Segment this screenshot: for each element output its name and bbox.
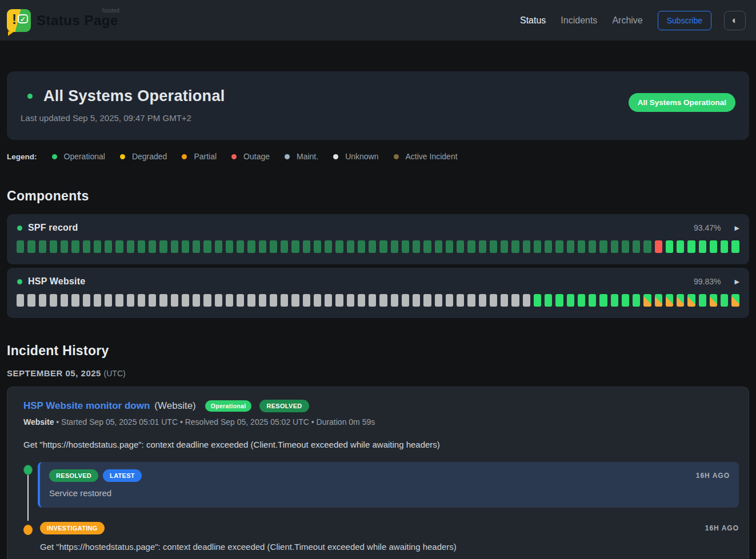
uptime-bar: [567, 294, 574, 307]
incident-operational-badge: Operational: [205, 400, 252, 412]
theme-toggle-button[interactable]: ◐: [724, 11, 746, 30]
nav-incidents[interactable]: Incidents: [561, 15, 597, 26]
uptime-bar: [511, 240, 519, 253]
uptime-bar: [369, 294, 376, 307]
uptime-bar: [105, 240, 112, 253]
uptime-bar: [226, 294, 233, 307]
uptime-bar: [555, 294, 563, 307]
brand[interactable]: ! ✓ Status Page hosted: [7, 9, 118, 32]
legend: Legend: OperationalDegradedPartialOutage…: [7, 152, 749, 161]
uptime-bar: [39, 240, 46, 253]
component-row: HSP Website 99.83% ▶: [7, 268, 749, 318]
uptime-bar: [270, 240, 277, 253]
legend-item: Maint.: [285, 152, 318, 161]
uptime-bar: [127, 294, 134, 307]
uptime-bar: [677, 294, 684, 307]
last-updated-text: Last updated Sep 5, 2025, 09:47 PM GMT+2: [21, 113, 735, 123]
legend-item-label: Maint.: [297, 152, 318, 161]
uptime-bar: [666, 240, 673, 253]
uptime-bar: [17, 294, 24, 307]
uptime-bar: [687, 240, 695, 253]
uptime-bar: [159, 240, 167, 253]
latest-badge: LATEST: [103, 469, 142, 482]
uptime-bar: [347, 240, 354, 253]
uptime-bar: [127, 240, 134, 253]
nav-archive[interactable]: Archive: [612, 15, 642, 26]
legend-item-label: Partial: [194, 152, 217, 161]
uptime-bar: [731, 294, 739, 307]
incident-meta-component: Website: [23, 417, 54, 427]
legend-item-label: Degraded: [132, 152, 167, 161]
header: ! ✓ Status Page hosted Status Incidents …: [0, 0, 756, 41]
component-row: SPF record 93.47% ▶: [7, 214, 749, 264]
incident-history-title: Incident History: [7, 343, 749, 359]
uptime-bar: [94, 294, 101, 307]
uptime-bar: [687, 294, 695, 307]
uptime-bar: [94, 240, 101, 253]
legend-item-label: Active Incident: [406, 152, 458, 161]
incident-title-link[interactable]: HSP Website monitor down: [23, 400, 150, 412]
uptime-bar: [490, 240, 497, 253]
uptime-bar: [50, 240, 57, 253]
uptime-bar: [721, 294, 728, 307]
uptime-bar: [193, 240, 200, 253]
legend-item-label: Outage: [243, 152, 270, 161]
uptime-bar: [71, 240, 79, 253]
incident-meta-times: • Started Sep 05, 2025 05:01 UTC • Resol…: [54, 417, 375, 427]
uptime-bar: [731, 240, 739, 253]
uptime-bar: [50, 294, 57, 307]
uptime-bar: [423, 240, 431, 253]
incident-card: HSP Website monitor down (Website) Opera…: [7, 387, 749, 559]
component-name: HSP Website: [28, 276, 85, 287]
uptime-bar: [358, 294, 365, 307]
uptime-bar: [391, 294, 398, 307]
uptime-bar: [545, 294, 552, 307]
uptime-bar: [655, 294, 662, 307]
nav-status[interactable]: Status: [520, 15, 546, 26]
timeline-entry-investigating: INVESTIGATING 16H AGO Get "https://hoste…: [17, 522, 739, 552]
uptime-bar: [247, 294, 255, 307]
incident-date-heading: SEPTEMBER 05, 2025 (UTC): [7, 368, 749, 378]
uptime-bar: [149, 294, 156, 307]
legend-dot-icon: [52, 154, 57, 159]
uptime-bar: [622, 240, 629, 253]
timeline-dot-investigating: [23, 525, 33, 535]
uptime-bar: [61, 240, 68, 253]
uptime-bar: [369, 240, 376, 253]
contrast-icon: ◐: [732, 15, 738, 26]
component-status-dot: [17, 226, 22, 231]
uptime-bar: [237, 240, 244, 253]
uptime-bar: [710, 240, 717, 253]
uptime-bar: [501, 240, 508, 253]
legend-dot-icon: [182, 154, 187, 159]
legend-dot-icon: [285, 154, 290, 159]
uptime-bar: [413, 294, 420, 307]
investigating-status-badge: INVESTIGATING: [40, 522, 105, 534]
uptime-bar: [83, 240, 90, 253]
uptime-bar: [335, 294, 343, 307]
overall-status-card: All Systems Operational Last updated Sep…: [7, 71, 749, 140]
uptime-bar: [259, 294, 266, 307]
uptime-bar: [721, 240, 728, 253]
uptime-bar: [677, 240, 684, 253]
uptime-bar: [203, 240, 211, 253]
main-nav: Status Incidents Archive: [520, 15, 643, 26]
update-message: Get "https://hostedstatus.page": context…: [40, 542, 739, 552]
update-timestamp: 16H AGO: [705, 524, 739, 532]
component-name: SPF record: [28, 223, 78, 233]
expand-caret-icon[interactable]: ▶: [735, 224, 739, 232]
brand-name: Status Page: [37, 13, 118, 28]
status-dot: [27, 94, 33, 99]
uptime-bar: [599, 294, 607, 307]
check-icon: ✓: [18, 14, 28, 23]
uptime-bar: [611, 240, 618, 253]
uptime-bar: [237, 294, 244, 307]
uptime-bar: [490, 294, 497, 307]
subscribe-button[interactable]: Subscribe: [658, 11, 711, 30]
uptime-bar: [291, 240, 299, 253]
expand-caret-icon[interactable]: ▶: [735, 278, 739, 285]
uptime-bar: [402, 294, 409, 307]
legend-dot-icon: [333, 154, 338, 159]
uptime-bar: [182, 240, 189, 253]
overall-status-badge: All Systems Operational: [629, 93, 735, 112]
